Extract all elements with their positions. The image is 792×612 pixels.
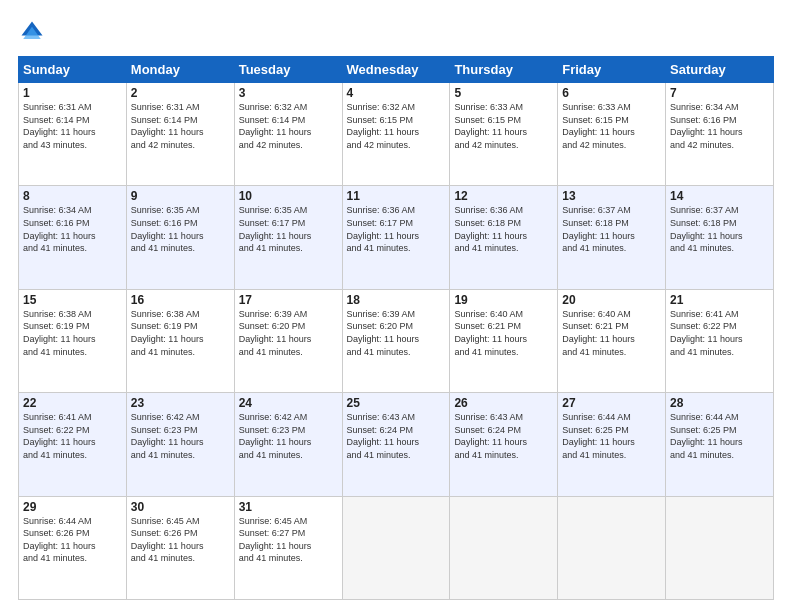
calendar-cell: 9Sunrise: 6:35 AM Sunset: 6:16 PM Daylig…	[126, 186, 234, 289]
day-info: Sunrise: 6:40 AM Sunset: 6:21 PM Dayligh…	[562, 308, 661, 358]
calendar-week-row: 29Sunrise: 6:44 AM Sunset: 6:26 PM Dayli…	[19, 496, 774, 599]
calendar-cell: 21Sunrise: 6:41 AM Sunset: 6:22 PM Dayli…	[666, 289, 774, 392]
day-number: 3	[239, 86, 338, 100]
day-number: 15	[23, 293, 122, 307]
calendar-cell: 3Sunrise: 6:32 AM Sunset: 6:14 PM Daylig…	[234, 83, 342, 186]
calendar-cell: 2Sunrise: 6:31 AM Sunset: 6:14 PM Daylig…	[126, 83, 234, 186]
weekday-header: Wednesday	[342, 57, 450, 83]
calendar-table: SundayMondayTuesdayWednesdayThursdayFrid…	[18, 56, 774, 600]
day-info: Sunrise: 6:36 AM Sunset: 6:18 PM Dayligh…	[454, 204, 553, 254]
logo	[18, 18, 50, 46]
calendar-cell	[450, 496, 558, 599]
day-info: Sunrise: 6:45 AM Sunset: 6:27 PM Dayligh…	[239, 515, 338, 565]
calendar-cell: 22Sunrise: 6:41 AM Sunset: 6:22 PM Dayli…	[19, 393, 127, 496]
weekday-header: Monday	[126, 57, 234, 83]
day-number: 28	[670, 396, 769, 410]
day-number: 31	[239, 500, 338, 514]
logo-icon	[18, 18, 46, 46]
calendar-cell: 1Sunrise: 6:31 AM Sunset: 6:14 PM Daylig…	[19, 83, 127, 186]
day-info: Sunrise: 6:41 AM Sunset: 6:22 PM Dayligh…	[23, 411, 122, 461]
calendar-cell	[342, 496, 450, 599]
day-info: Sunrise: 6:31 AM Sunset: 6:14 PM Dayligh…	[131, 101, 230, 151]
calendar-week-row: 15Sunrise: 6:38 AM Sunset: 6:19 PM Dayli…	[19, 289, 774, 392]
day-number: 8	[23, 189, 122, 203]
day-number: 21	[670, 293, 769, 307]
day-info: Sunrise: 6:43 AM Sunset: 6:24 PM Dayligh…	[347, 411, 446, 461]
day-number: 7	[670, 86, 769, 100]
day-info: Sunrise: 6:31 AM Sunset: 6:14 PM Dayligh…	[23, 101, 122, 151]
day-number: 16	[131, 293, 230, 307]
day-number: 9	[131, 189, 230, 203]
day-number: 19	[454, 293, 553, 307]
day-number: 12	[454, 189, 553, 203]
calendar-cell: 6Sunrise: 6:33 AM Sunset: 6:15 PM Daylig…	[558, 83, 666, 186]
day-number: 14	[670, 189, 769, 203]
day-info: Sunrise: 6:39 AM Sunset: 6:20 PM Dayligh…	[347, 308, 446, 358]
calendar-header-row: SundayMondayTuesdayWednesdayThursdayFrid…	[19, 57, 774, 83]
calendar-cell	[666, 496, 774, 599]
calendar-cell: 25Sunrise: 6:43 AM Sunset: 6:24 PM Dayli…	[342, 393, 450, 496]
calendar-cell: 24Sunrise: 6:42 AM Sunset: 6:23 PM Dayli…	[234, 393, 342, 496]
day-number: 26	[454, 396, 553, 410]
day-number: 13	[562, 189, 661, 203]
day-number: 17	[239, 293, 338, 307]
calendar-cell: 30Sunrise: 6:45 AM Sunset: 6:26 PM Dayli…	[126, 496, 234, 599]
day-info: Sunrise: 6:38 AM Sunset: 6:19 PM Dayligh…	[131, 308, 230, 358]
day-number: 5	[454, 86, 553, 100]
calendar-cell: 29Sunrise: 6:44 AM Sunset: 6:26 PM Dayli…	[19, 496, 127, 599]
day-number: 2	[131, 86, 230, 100]
calendar-cell: 27Sunrise: 6:44 AM Sunset: 6:25 PM Dayli…	[558, 393, 666, 496]
day-number: 30	[131, 500, 230, 514]
day-info: Sunrise: 6:32 AM Sunset: 6:14 PM Dayligh…	[239, 101, 338, 151]
day-info: Sunrise: 6:37 AM Sunset: 6:18 PM Dayligh…	[562, 204, 661, 254]
day-number: 18	[347, 293, 446, 307]
calendar-week-row: 8Sunrise: 6:34 AM Sunset: 6:16 PM Daylig…	[19, 186, 774, 289]
calendar-cell: 5Sunrise: 6:33 AM Sunset: 6:15 PM Daylig…	[450, 83, 558, 186]
weekday-header: Sunday	[19, 57, 127, 83]
day-info: Sunrise: 6:34 AM Sunset: 6:16 PM Dayligh…	[670, 101, 769, 151]
calendar-cell: 15Sunrise: 6:38 AM Sunset: 6:19 PM Dayli…	[19, 289, 127, 392]
weekday-header: Friday	[558, 57, 666, 83]
day-info: Sunrise: 6:43 AM Sunset: 6:24 PM Dayligh…	[454, 411, 553, 461]
calendar-cell: 28Sunrise: 6:44 AM Sunset: 6:25 PM Dayli…	[666, 393, 774, 496]
calendar-cell: 13Sunrise: 6:37 AM Sunset: 6:18 PM Dayli…	[558, 186, 666, 289]
calendar-cell: 11Sunrise: 6:36 AM Sunset: 6:17 PM Dayli…	[342, 186, 450, 289]
day-info: Sunrise: 6:42 AM Sunset: 6:23 PM Dayligh…	[239, 411, 338, 461]
calendar-cell: 20Sunrise: 6:40 AM Sunset: 6:21 PM Dayli…	[558, 289, 666, 392]
weekday-header: Saturday	[666, 57, 774, 83]
day-number: 6	[562, 86, 661, 100]
day-number: 25	[347, 396, 446, 410]
calendar-cell: 31Sunrise: 6:45 AM Sunset: 6:27 PM Dayli…	[234, 496, 342, 599]
day-number: 22	[23, 396, 122, 410]
page: SundayMondayTuesdayWednesdayThursdayFrid…	[0, 0, 792, 612]
day-info: Sunrise: 6:42 AM Sunset: 6:23 PM Dayligh…	[131, 411, 230, 461]
day-info: Sunrise: 6:41 AM Sunset: 6:22 PM Dayligh…	[670, 308, 769, 358]
day-info: Sunrise: 6:37 AM Sunset: 6:18 PM Dayligh…	[670, 204, 769, 254]
day-info: Sunrise: 6:33 AM Sunset: 6:15 PM Dayligh…	[562, 101, 661, 151]
day-info: Sunrise: 6:45 AM Sunset: 6:26 PM Dayligh…	[131, 515, 230, 565]
day-number: 1	[23, 86, 122, 100]
header	[18, 18, 774, 46]
day-info: Sunrise: 6:35 AM Sunset: 6:17 PM Dayligh…	[239, 204, 338, 254]
calendar-cell: 4Sunrise: 6:32 AM Sunset: 6:15 PM Daylig…	[342, 83, 450, 186]
calendar-cell: 23Sunrise: 6:42 AM Sunset: 6:23 PM Dayli…	[126, 393, 234, 496]
day-number: 24	[239, 396, 338, 410]
day-number: 23	[131, 396, 230, 410]
day-number: 20	[562, 293, 661, 307]
day-info: Sunrise: 6:39 AM Sunset: 6:20 PM Dayligh…	[239, 308, 338, 358]
day-info: Sunrise: 6:32 AM Sunset: 6:15 PM Dayligh…	[347, 101, 446, 151]
day-info: Sunrise: 6:40 AM Sunset: 6:21 PM Dayligh…	[454, 308, 553, 358]
calendar-week-row: 1Sunrise: 6:31 AM Sunset: 6:14 PM Daylig…	[19, 83, 774, 186]
calendar-cell: 19Sunrise: 6:40 AM Sunset: 6:21 PM Dayli…	[450, 289, 558, 392]
day-info: Sunrise: 6:44 AM Sunset: 6:25 PM Dayligh…	[562, 411, 661, 461]
day-info: Sunrise: 6:36 AM Sunset: 6:17 PM Dayligh…	[347, 204, 446, 254]
calendar-week-row: 22Sunrise: 6:41 AM Sunset: 6:22 PM Dayli…	[19, 393, 774, 496]
day-info: Sunrise: 6:44 AM Sunset: 6:26 PM Dayligh…	[23, 515, 122, 565]
calendar-cell: 7Sunrise: 6:34 AM Sunset: 6:16 PM Daylig…	[666, 83, 774, 186]
day-info: Sunrise: 6:33 AM Sunset: 6:15 PM Dayligh…	[454, 101, 553, 151]
calendar-cell: 17Sunrise: 6:39 AM Sunset: 6:20 PM Dayli…	[234, 289, 342, 392]
calendar-cell: 12Sunrise: 6:36 AM Sunset: 6:18 PM Dayli…	[450, 186, 558, 289]
weekday-header: Thursday	[450, 57, 558, 83]
day-number: 27	[562, 396, 661, 410]
day-number: 11	[347, 189, 446, 203]
